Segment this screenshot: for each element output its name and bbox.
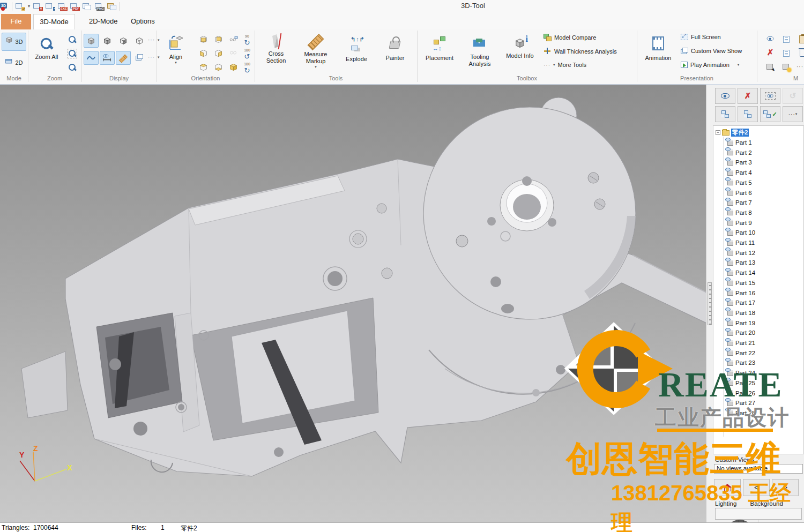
mode-3d-button[interactable]: 3D xyxy=(2,33,26,51)
part-label[interactable]: Part 12 xyxy=(735,250,755,256)
tree-part-row[interactable]: Part 17 xyxy=(727,298,755,308)
view-right-button[interactable] xyxy=(211,47,225,59)
tree-part-row[interactable]: Part 26 xyxy=(727,388,755,398)
view-isometric-button[interactable] xyxy=(226,61,240,73)
cross-section-button[interactable]: Cross Section xyxy=(260,32,292,74)
display-copies-button[interactable] xyxy=(132,51,147,65)
part-label[interactable]: Part 18 xyxy=(735,310,755,316)
tree-part-row[interactable]: Part 1 xyxy=(727,138,752,147)
tree-part-row[interactable]: Part 5 xyxy=(727,178,752,188)
more-tools-button[interactable]: ···▾ More Tools xyxy=(544,62,586,68)
tree-part-row[interactable]: Part 18 xyxy=(727,308,755,318)
tree-root-row[interactable]: − 零件2 xyxy=(716,128,749,137)
part-label[interactable]: Part 10 xyxy=(735,229,755,236)
display-curves-button[interactable] xyxy=(84,51,99,65)
open-dropdown-caret[interactable]: ▾ xyxy=(28,4,30,9)
painter-button[interactable]: Painter xyxy=(379,32,411,74)
view-front-button[interactable] xyxy=(196,33,210,46)
placement-button[interactable]: ↔↕ Placement xyxy=(422,32,457,74)
viewport-3d[interactable]: Y Z X xyxy=(0,85,706,522)
tab-file[interactable]: File xyxy=(1,14,31,29)
rotate-180-v-button[interactable]: 180↻ xyxy=(241,61,253,73)
part-label[interactable]: Part 26 xyxy=(735,390,755,396)
open-file-button[interactable]: ▱ xyxy=(16,2,25,10)
tree-part-row[interactable]: Part 9 xyxy=(727,218,752,228)
part-label[interactable]: Part 17 xyxy=(735,299,755,306)
tree-part-row[interactable]: Part 28 xyxy=(727,408,755,418)
part-label[interactable]: Part 5 xyxy=(735,179,752,186)
part-label[interactable]: Part 28 xyxy=(735,410,755,416)
tree-part-row[interactable]: Part 10 xyxy=(727,228,755,237)
animation-button[interactable]: Animation xyxy=(641,32,675,74)
tab-2d-mode[interactable]: 2D-Mode xyxy=(80,14,126,29)
next-view-button[interactable]: > xyxy=(772,479,799,496)
play-animation-caret[interactable]: ▾ xyxy=(738,63,740,67)
explode-button[interactable]: ↰↑↱ Explode xyxy=(341,32,372,74)
rotate-90-button[interactable]: 90↻ xyxy=(241,33,253,46)
collapse-icon[interactable]: − xyxy=(716,130,720,135)
custom-view-show-button[interactable]: Custom View Show xyxy=(681,48,742,54)
zoom-in-button[interactable] xyxy=(65,33,79,46)
splitter-grip[interactable] xyxy=(708,282,712,325)
tree-part-row[interactable]: Part 12 xyxy=(727,248,755,258)
display-shaded-button[interactable] xyxy=(84,34,99,48)
part-label[interactable]: Part 1 xyxy=(735,139,752,146)
clipboard-button[interactable] xyxy=(795,33,804,46)
panel-splitter[interactable] xyxy=(706,85,713,522)
model-compare-button[interactable]: Model Compare xyxy=(544,34,596,41)
display-wireframe-button[interactable] xyxy=(132,34,147,48)
copy-view-button[interactable] xyxy=(83,2,92,10)
tree-part-row[interactable]: Part 4 xyxy=(727,168,752,177)
default-view-button[interactable] xyxy=(714,479,741,496)
part-label[interactable]: Part 22 xyxy=(735,350,755,356)
lighting-label[interactable]: Lighting xyxy=(715,500,736,507)
undo-visibility-button[interactable]: ↺ xyxy=(783,88,803,104)
zoom-out-button[interactable] xyxy=(65,61,79,73)
tree-part-row[interactable]: Part 16 xyxy=(727,288,755,298)
part-label[interactable]: Part 6 xyxy=(735,190,752,196)
wall-thickness-button[interactable]: Wall Thickness Analysis xyxy=(544,48,617,55)
tree-part-row[interactable]: Part 11 xyxy=(727,238,755,248)
display-more-row1[interactable]: ···▾ xyxy=(148,37,160,43)
tree-part-row[interactable]: Part 25 xyxy=(727,378,755,388)
tree-part-row[interactable]: Part 3 xyxy=(727,158,752,167)
view-back-button[interactable] xyxy=(211,33,225,46)
previous-view-button[interactable]: < xyxy=(743,479,770,496)
tree-part-row[interactable]: Part 23 xyxy=(727,358,755,368)
rotate-180-h-button[interactable]: 180↺ xyxy=(241,47,253,59)
model-tree[interactable]: − 零件2 Part 1Part 2Part 3Part 4Part 5Part… xyxy=(713,125,804,454)
tree-part-row[interactable]: Part 14 xyxy=(727,268,755,278)
export-exe-button[interactable]: EXE xyxy=(58,2,67,10)
tab-options[interactable]: Options xyxy=(122,14,163,29)
model-list-button[interactable] xyxy=(779,33,793,46)
tree-part-row[interactable]: Part 24 xyxy=(727,368,755,378)
delete-model-button[interactable] xyxy=(795,47,804,59)
display-more-row2[interactable]: ···▾ xyxy=(148,54,160,60)
tree-part-row[interactable]: Part 8 xyxy=(727,208,752,218)
display-shaded-edges-button[interactable] xyxy=(100,34,115,48)
mode-2d-button[interactable]: 2D xyxy=(2,54,26,72)
part-label[interactable]: Part 20 xyxy=(735,329,755,336)
full-screen-button[interactable]: Full Screen xyxy=(681,34,721,40)
view-perspective-button[interactable] xyxy=(226,33,240,46)
part-label[interactable]: Part 7 xyxy=(735,199,752,206)
background-label[interactable]: Background xyxy=(750,500,783,507)
measure-markup-button[interactable]: Measure Markup ▾ xyxy=(298,32,333,74)
show-parts-button[interactable] xyxy=(715,88,735,104)
tree-part-row[interactable]: Part 20 xyxy=(727,328,755,338)
part-label[interactable]: Part 19 xyxy=(735,320,755,326)
display-hidden-line-button[interactable] xyxy=(116,34,131,48)
part-label[interactable]: Part 2 xyxy=(735,149,752,156)
tree-check-button[interactable]: ✓ xyxy=(760,106,780,122)
paste-button[interactable] xyxy=(107,2,116,10)
display-dimensions-button[interactable] xyxy=(100,51,115,65)
tree-part-row[interactable]: Part 27 xyxy=(727,398,755,408)
part-label[interactable]: Part 11 xyxy=(735,239,755,246)
show-selected-button[interactable] xyxy=(760,88,780,104)
models-more-button[interactable]: ···▾ xyxy=(796,64,804,70)
part-label[interactable]: Part 15 xyxy=(735,280,755,286)
model-info-button[interactable]: i Model Info xyxy=(503,32,537,74)
tree-root-label[interactable]: 零件2 xyxy=(731,129,749,137)
tree-part-row[interactable]: Part 15 xyxy=(727,278,755,288)
view-top-button[interactable] xyxy=(196,61,210,73)
